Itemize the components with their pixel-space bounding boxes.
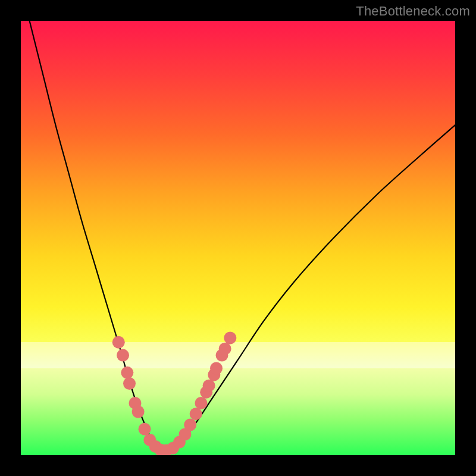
chart-frame: TheBottleneck.com bbox=[0, 0, 476, 476]
marker-dot bbox=[219, 343, 231, 355]
marker-dot bbox=[132, 406, 145, 418]
marker-dot bbox=[203, 380, 215, 392]
marker-dot bbox=[123, 377, 136, 390]
marker-dot bbox=[210, 362, 223, 375]
marker-dot bbox=[112, 336, 125, 349]
marker-dot bbox=[121, 367, 133, 379]
marker-dot bbox=[190, 408, 202, 420]
marker-dots-group bbox=[112, 331, 237, 455]
bottleneck-curve bbox=[30, 21, 455, 451]
marker-dot bbox=[224, 331, 236, 344]
plot-area bbox=[21, 21, 455, 455]
curve-layer bbox=[21, 21, 455, 455]
marker-dot bbox=[195, 397, 207, 409]
watermark-text: TheBottleneck.com bbox=[356, 4, 470, 19]
marker-dot bbox=[139, 423, 151, 436]
marker-dot bbox=[117, 349, 129, 362]
marker-dot bbox=[184, 418, 196, 431]
